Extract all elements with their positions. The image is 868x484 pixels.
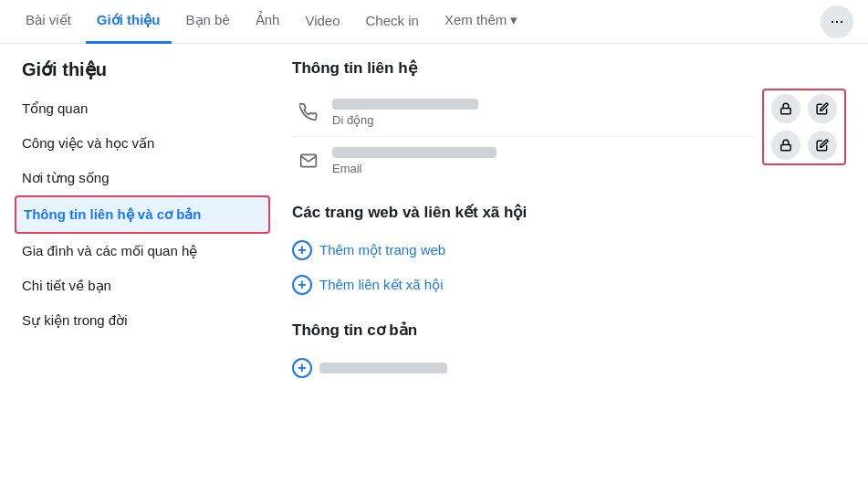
action-icons-panel [762,89,846,165]
svg-rect-1 [781,144,791,150]
nav-item-bai-viet[interactable]: Bài viết [15,0,82,44]
email-value-bar [332,147,497,158]
sidebar-item-noi-song[interactable]: Nơi từng sống [15,161,270,195]
phone-icon [292,96,325,129]
basic-value-bar [319,363,447,374]
add-web-button[interactable]: + Thêm một trang web [292,233,445,268]
email-row: Email [292,137,755,184]
phone-info: Di động [332,99,755,127]
svg-rect-0 [781,108,791,113]
phone-row: Di động [292,89,755,137]
nav-item-xem-them[interactable]: Xem thêm ▾ [434,0,529,44]
add-web-label: Thêm một trang web [319,242,445,258]
email-action-row [771,131,837,160]
nav-item-anh[interactable]: Ảnh [245,0,291,44]
add-social-label: Thêm liên kết xã hội [319,277,444,293]
contact-section: Thông tin liên hệ Di động [292,58,846,184]
email-icon [292,144,325,177]
sidebar-item-cong-viec[interactable]: Công việc và học vấn [15,126,270,161]
sidebar-item-su-kien[interactable]: Sự kiện trong đời [15,303,270,338]
sidebar-item-tong-quan[interactable]: Tổng quan [15,91,270,126]
right-panel: Thông tin liên hệ Di động [285,58,853,385]
basic-section: Thông tin cơ bản + [292,321,846,385]
nav-item-ban-be[interactable]: Bạn bè [175,0,241,44]
add-social-button[interactable]: + Thêm liên kết xã hội [292,268,444,302]
phone-lock-button[interactable] [771,94,800,123]
add-basic-icon: + [292,358,312,378]
phone-value-bar [332,99,478,110]
basic-section-title: Thông tin cơ bản [292,321,846,340]
social-section: Các trang web và liên kết xã hội + Thêm … [292,203,846,302]
more-options-button[interactable]: ··· [821,5,853,38]
nav-more: ··· [821,5,853,38]
nav-item-check-in[interactable]: Check in [355,0,430,44]
nav-item-gioi-thieu[interactable]: Giới thiệu [86,0,172,44]
nav-item-video[interactable]: Video [294,0,350,44]
sidebar: Giới thiệu Tổng quan Công việc và học vấ… [15,58,270,385]
sidebar-item-gia-dinh[interactable]: Gia đình và các mối quan hệ [15,234,270,268]
contact-section-title: Thông tin liên hệ [292,58,846,78]
email-edit-button[interactable] [808,131,837,160]
add-social-icon: + [292,275,312,295]
main-content: Giới thiệu Tổng quan Công việc và học vấ… [0,44,868,385]
top-nav: Bài viết Giới thiệu Bạn bè Ảnh Video Che… [0,0,868,44]
sidebar-title: Giới thiệu [15,58,270,80]
sidebar-item-chi-tiet[interactable]: Chi tiết về bạn [15,268,270,303]
sidebar-item-thong-tin[interactable]: Thông tin liên hệ và cơ bản [15,195,270,234]
email-label: Email [332,162,755,175]
email-info: Email [332,147,755,175]
phone-label: Di động [332,113,755,127]
phone-edit-button[interactable] [808,94,837,123]
add-web-icon: + [292,240,312,260]
email-lock-button[interactable] [771,131,800,160]
social-section-title: Các trang web và liên kết xã hội [292,203,846,222]
phone-action-row [771,94,837,123]
